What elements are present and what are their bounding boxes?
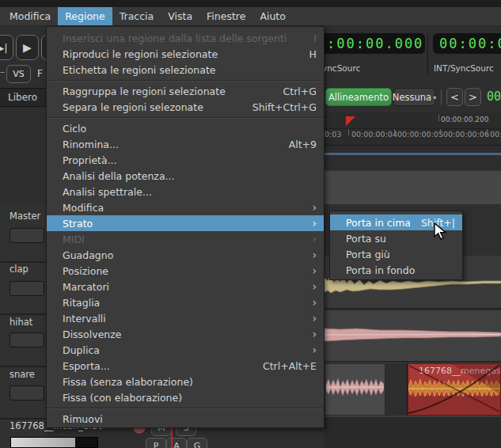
- nudge-forward-button[interactable]: >: [465, 88, 481, 106]
- menu-item-label: Porta su: [346, 233, 444, 245]
- automation-button[interactable]: A: [166, 438, 187, 448]
- menu-item-esporta[interactable]: Esporta...Ctrl+Alt+E: [47, 358, 324, 374]
- ruler-tick-label: 00:00:00:06: [443, 130, 489, 139]
- playlist-button[interactable]: P: [146, 438, 166, 448]
- menu-separator: [47, 405, 324, 411]
- snare-waveform: [325, 325, 501, 345]
- dash-label: –: [0, 66, 5, 78]
- transport-goto-end-button[interactable]: ▶|: [0, 35, 13, 60]
- menu-item-rimuovi[interactable]: Rimuovi: [47, 411, 324, 427]
- menubar-item-finestre[interactable]: Finestre: [199, 7, 252, 25]
- region-menu-panel: Inserisci una regione dalla lista delle …: [46, 26, 325, 428]
- menu-item-separa-le-regioni-selezonate[interactable]: Separa le regioni selezonateShift+Ctrl+G: [47, 99, 324, 115]
- menubar-item-modifica[interactable]: Modifica: [2, 7, 58, 25]
- group-button[interactable]: G: [187, 438, 207, 448]
- menu-item-label: Etichetta le regioni selezionate: [63, 64, 306, 76]
- menu-item-porta-gi[interactable]: Porta giù: [330, 246, 462, 262]
- f-label: F: [37, 68, 43, 79]
- ruler-tick-label: 00:: [490, 130, 501, 139]
- primary-clock-label: yncSourc: [322, 63, 360, 73]
- audio-region-selected[interactable]: 167768__menegass__no: [408, 363, 501, 416]
- region-fade-envelope: [408, 364, 500, 415]
- submenu-arrow-icon: ›: [312, 234, 317, 244]
- secondary-clock[interactable]: 00:00:0: [433, 33, 501, 54]
- menu-item-label: Proprietà...: [63, 154, 306, 166]
- snap-mode-dropdown[interactable]: Nessuna ▾: [393, 88, 435, 106]
- track-separator: [0, 261, 46, 263]
- ruler-tick-mark: [348, 129, 349, 135]
- submenu-arrow-icon: ›: [312, 266, 317, 275]
- menu-item-shortcut: Shift+Ctrl+G: [252, 101, 317, 113]
- menu-item-modifica[interactable]: Modifica›: [47, 199, 324, 215]
- menu-item-shortcut: Ctrl+G: [283, 85, 317, 97]
- menu-item-shortcut: H: [309, 48, 317, 60]
- ruler-tick-label: 00:00:00:04: [351, 130, 397, 139]
- menubar-item-aiuto[interactable]: Aiuto: [252, 7, 293, 25]
- menu-item-shortcut: I: [313, 32, 317, 44]
- menu-item-strato[interactable]: Strato›: [47, 215, 324, 231]
- clock-mode-selector[interactable]: Libero: [0, 88, 46, 107]
- track-name-hihat[interactable]: hihat: [9, 317, 32, 328]
- menu-item-label: Analisi della potenza...: [63, 170, 306, 182]
- menu-item-porta-in-fondo[interactable]: Porta in fondo: [330, 262, 462, 278]
- track-button-clap[interactable]: [9, 281, 44, 296]
- menu-item-ciclo[interactable]: Ciclo: [47, 120, 324, 136]
- menu-item-shortcut: Ctrl+Alt+E: [263, 360, 317, 372]
- play-icon: ▶: [23, 41, 32, 54]
- track-button-master[interactable]: [9, 228, 44, 243]
- dropdown-arrow-icon: ▾: [433, 94, 436, 101]
- track-name-snare[interactable]: snare: [9, 369, 35, 380]
- menu-item-posizione[interactable]: Posizione›: [47, 263, 324, 279]
- menubar-item-vista[interactable]: Vista: [161, 7, 199, 25]
- menu-item-propriet[interactable]: Proprietà...: [47, 152, 324, 168]
- transport-play-button[interactable]: ▶: [16, 35, 39, 60]
- menu-item-raggruppa-le-regioni-selezionate[interactable]: Raggruppa le regioni selezionateCtrl+G: [47, 83, 324, 99]
- menu-item-label: Analisi spettrale...: [63, 186, 306, 198]
- nudge-clock-value: 00: [487, 89, 501, 104]
- primary-clock[interactable]: :00:00.000: [321, 33, 425, 54]
- timeline-marker-flag[interactable]: [346, 116, 355, 126]
- title-bar: [0, 0, 501, 7]
- menu-item-inserisci-una-regione-dalla-lista-delle-sorgenti: Inserisci una regione dalla lista delle …: [47, 30, 324, 46]
- menubar-item-regione[interactable]: Regione: [58, 7, 112, 25]
- menu-item-label: Strato: [63, 218, 293, 230]
- menu-item-label: Esporta...: [63, 360, 252, 372]
- menu-item-intervalli[interactable]: Intervalli›: [47, 310, 324, 326]
- master-lane-band[interactable]: [325, 170, 501, 204]
- menu-item-ritaglia[interactable]: Ritaglia›: [47, 294, 324, 310]
- range-marker-line: [325, 153, 501, 155]
- menu-item-analisi-della-potenza[interactable]: Analisi della potenza...: [47, 168, 324, 184]
- menu-item-label: Separa le regioni selezonate: [63, 101, 241, 113]
- track-name-clap[interactable]: clap: [9, 264, 28, 275]
- alignment-toggle-button[interactable]: Allineamento: [325, 88, 392, 106]
- nudge-back-button[interactable]: <: [446, 88, 463, 106]
- menu-bar: ModificaRegioneTracciaVistaFinestreAiuto: [0, 7, 501, 26]
- menu-item-analisi-spettrale[interactable]: Analisi spettrale...: [47, 184, 324, 199]
- menu-item-duplica[interactable]: Duplica›: [47, 342, 324, 358]
- submenu-arrow-icon: ›: [312, 329, 317, 339]
- ruler-divider: [325, 128, 501, 129]
- canvas-empty-area[interactable]: [325, 417, 501, 448]
- track-name-master[interactable]: Master: [9, 211, 40, 222]
- track-fader[interactable]: [10, 437, 98, 448]
- menu-item-riproduci-le-regioni-selezionate[interactable]: Riproduci le regioni selezionateH: [47, 46, 324, 62]
- track-button-snare[interactable]: [9, 385, 44, 401]
- menu-item-dissolvenze[interactable]: Dissolvenze›: [47, 326, 324, 342]
- marker-strip[interactable]: [325, 146, 501, 170]
- menu-item-marcatori[interactable]: Marcatori›: [47, 279, 324, 294]
- menu-item-fissa-con-elaborazione[interactable]: Fissa (con elaborazione): [47, 389, 324, 405]
- goto-end-icon: ▶|: [0, 42, 8, 54]
- menu-item-label: Fissa (con elaborazione): [63, 392, 306, 404]
- menu-item-etichetta-le-regioni-selezionate[interactable]: Etichetta le regioni selezionate: [47, 62, 324, 78]
- track-separator: [0, 366, 46, 367]
- lane-gap[interactable]: [385, 363, 408, 416]
- menu-item-label: Rimuovi: [63, 413, 306, 425]
- menu-item-rinomina[interactable]: Rinomina...Alt+9: [47, 136, 324, 152]
- vs-button[interactable]: VS: [6, 65, 31, 83]
- menu-item-fissa-senza-elaborazione[interactable]: Fissa (senza elaborazione): [47, 374, 324, 389]
- track-button-hihat[interactable]: [9, 332, 44, 347]
- menu-item-guadagno[interactable]: Guadagno›: [47, 247, 324, 263]
- menubar-item-traccia[interactable]: Traccia: [112, 7, 161, 25]
- snap-mode-value: Nessuna: [393, 92, 431, 103]
- ruler-tick-mark: [438, 115, 439, 121]
